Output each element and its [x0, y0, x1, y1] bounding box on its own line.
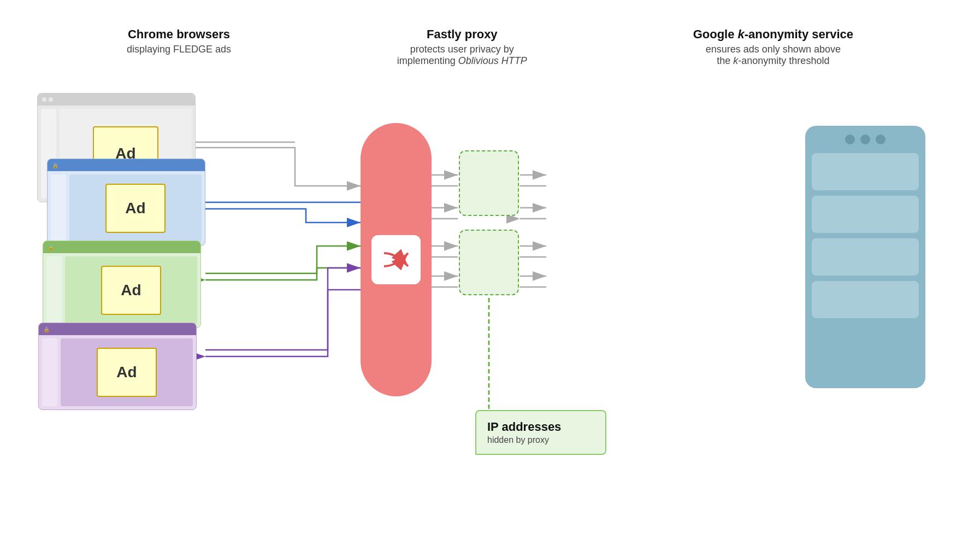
server-dots	[845, 134, 885, 144]
ip-title: IP addresses	[487, 420, 594, 434]
browser-4-main: Ad	[61, 338, 193, 406]
browser-3-lock: 🔒	[48, 244, 54, 250]
browser-2-content: Ad	[48, 171, 205, 245]
browser-3: 🔒 Ad	[43, 241, 201, 328]
browser-3-main: Ad	[65, 256, 197, 324]
browser-3-titlebar: 🔒	[43, 241, 200, 253]
shuffle-svg	[380, 243, 412, 276]
server-dot-1	[845, 134, 855, 144]
browser-1-dot2	[49, 97, 53, 102]
browser-2-titlebar: 🔒	[48, 159, 205, 171]
browser-3-ad: Ad	[101, 266, 161, 315]
browser-2-sidebar	[51, 174, 66, 242]
browser-4-sidebar	[42, 338, 57, 406]
browser-2: 🔒 Ad	[47, 159, 205, 246]
browser-4-content: Ad	[39, 335, 196, 409]
ip-address-box: IP addresses hidden by proxy	[475, 410, 606, 455]
kanon-server	[805, 126, 925, 388]
diagram-container: Chrome browsers displaying FLEDGE ads Fa…	[0, 0, 980, 550]
browser-3-sidebar	[46, 256, 62, 324]
proxy-box-2	[459, 230, 519, 295]
proxy-shuffle-icon	[371, 235, 421, 284]
browser-4-ad: Ad	[97, 348, 157, 397]
ip-subtitle: hidden by proxy	[487, 435, 594, 445]
proxy-box-1	[459, 150, 519, 216]
browser-1-dot	[42, 97, 46, 102]
server-row-3	[812, 238, 919, 276]
browser-4: 🔒 Ad	[38, 323, 197, 410]
browser-1-titlebar	[38, 93, 195, 106]
server-dot-2	[860, 134, 870, 144]
server-row-4	[812, 281, 919, 318]
browser-2-main: Ad	[69, 174, 202, 242]
browser-4-lock: 🔒	[43, 326, 50, 332]
browser-4-titlebar: 🔒	[39, 323, 196, 335]
browser-2-lock: 🔒	[52, 162, 58, 168]
browser-3-content: Ad	[43, 253, 200, 327]
fastly-proxy	[361, 123, 432, 396]
browser-2-ad: Ad	[105, 184, 166, 233]
server-row-1	[812, 153, 919, 190]
server-row-2	[812, 196, 919, 233]
server-dot-3	[876, 134, 885, 144]
